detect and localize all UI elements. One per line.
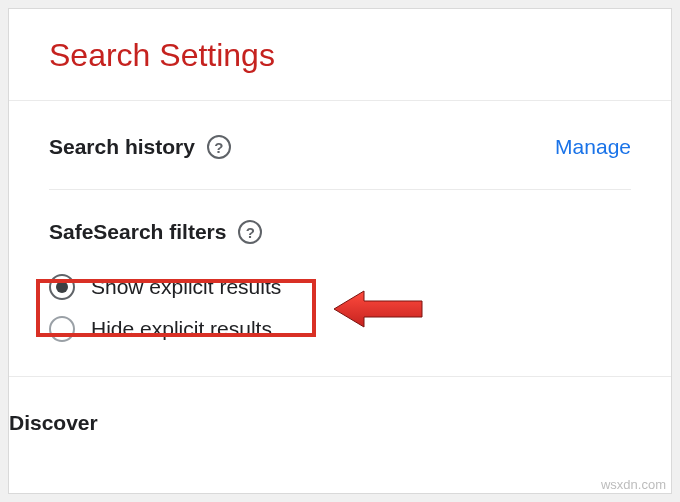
radio-hide-explicit[interactable]: Hide explicit results xyxy=(49,308,631,350)
settings-panel: Search Settings Search history ? Manage … xyxy=(8,8,672,494)
safesearch-section: SafeSearch filters ? Show explicit resul… xyxy=(9,190,671,377)
page-title: Search Settings xyxy=(9,9,671,101)
radio-show-explicit[interactable]: Show explicit results xyxy=(49,266,631,308)
help-icon[interactable]: ? xyxy=(238,220,262,244)
radio-button-unselected[interactable] xyxy=(49,316,75,342)
safesearch-header: SafeSearch filters ? xyxy=(49,220,631,244)
search-history-label: Search history xyxy=(49,135,195,159)
safesearch-label: SafeSearch filters xyxy=(49,220,226,244)
radio-button-selected[interactable] xyxy=(49,274,75,300)
safesearch-options: Show explicit results Hide explicit resu… xyxy=(49,266,631,350)
manage-link[interactable]: Manage xyxy=(555,135,631,159)
radio-label-hide[interactable]: Hide explicit results xyxy=(91,317,272,341)
watermark: wsxdn.com xyxy=(601,477,666,492)
discover-section: Discover xyxy=(9,377,671,435)
search-history-row: Search history ? Manage xyxy=(49,101,631,190)
discover-label: Discover xyxy=(9,411,98,434)
help-icon[interactable]: ? xyxy=(207,135,231,159)
search-history-section: Search history ? Manage xyxy=(9,101,671,190)
search-history-left: Search history ? xyxy=(49,135,231,159)
radio-label-show[interactable]: Show explicit results xyxy=(91,275,281,299)
